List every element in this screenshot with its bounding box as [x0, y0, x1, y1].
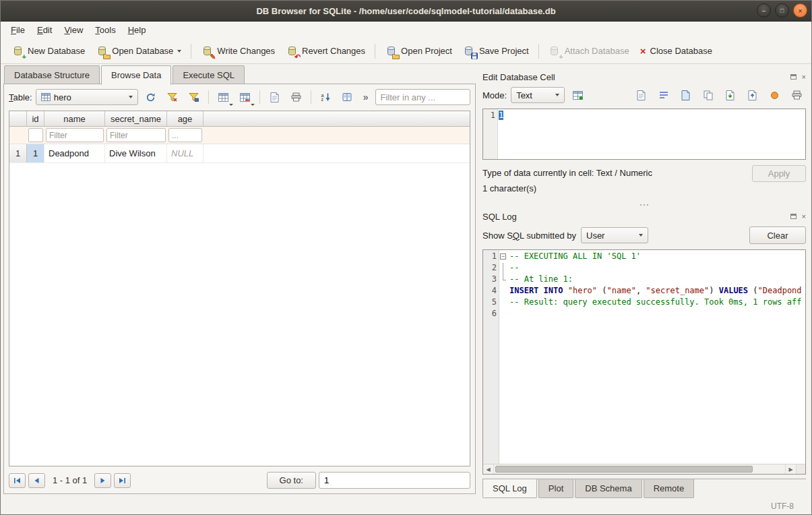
sql-log-text[interactable]: -- EXECUTING ALL IN 'SQL 1'---- At line …	[508, 250, 805, 464]
cell-id[interactable]: 1	[27, 144, 44, 162]
menu-view[interactable]: View	[58, 23, 89, 37]
insert-record-button[interactable]	[214, 89, 232, 105]
open-database-button[interactable]: Open Database	[90, 42, 187, 60]
set-null-button[interactable]	[766, 87, 784, 103]
filter-icon	[189, 92, 199, 102]
fold-marker	[499, 286, 508, 297]
copy-cell-button[interactable]	[699, 87, 717, 103]
tab-sql-log[interactable]: SQL Log	[482, 479, 537, 498]
filter-secret-name-input[interactable]	[106, 128, 166, 142]
open-in-app-button[interactable]	[677, 87, 695, 103]
menu-file[interactable]: File	[5, 23, 31, 37]
dock-close-icon[interactable]: ×	[802, 73, 806, 81]
browse-controls: Table: hero	[9, 89, 470, 111]
revert-changes-button[interactable]: ↶ Revert Changes	[280, 42, 371, 60]
word-wrap-button[interactable]	[654, 87, 673, 103]
menu-tools[interactable]: Tools	[89, 23, 121, 37]
dock-splitter-handle[interactable]	[482, 200, 806, 209]
clear-filters-button[interactable]	[163, 89, 181, 105]
previous-record-icon	[33, 477, 40, 484]
tab-plot[interactable]: Plot	[538, 479, 573, 498]
fold-marker[interactable]: −	[499, 251, 508, 263]
dock-close-icon[interactable]: ×	[802, 213, 806, 220]
text-mode-button[interactable]	[632, 87, 650, 103]
filter-id-input[interactable]	[28, 128, 43, 142]
write-changes-button[interactable]: ✎ Write Changes	[195, 42, 280, 60]
scroll-right-icon[interactable]: ▶	[785, 464, 796, 474]
open-database-dropdown-caret[interactable]	[177, 50, 181, 53]
sql-source-selector[interactable]: User	[581, 227, 648, 243]
data-grid[interactable]: id name secret_name age	[9, 111, 470, 466]
scroll-left-icon[interactable]: ◀	[483, 464, 494, 474]
refresh-button[interactable]	[142, 89, 160, 105]
filter-name-input[interactable]	[46, 128, 104, 142]
main-toolbar: + New Database Open Database ✎ Write Cha…	[1, 38, 811, 64]
cell-name[interactable]: Deadpond	[44, 144, 105, 162]
display-format-button[interactable]	[338, 89, 356, 105]
right-pane: Edit Database Cell × Mode: Text	[477, 64, 811, 498]
tab-remote[interactable]: Remote	[644, 479, 695, 498]
window-controls: − □ ×	[757, 3, 807, 18]
last-record-button[interactable]	[114, 473, 131, 488]
column-header-name[interactable]: name	[44, 111, 105, 126]
sql-log-line-number: 1	[483, 251, 499, 263]
close-window-button[interactable]: ×	[793, 3, 807, 18]
table-selector[interactable]: hero	[36, 89, 138, 105]
tab-database-structure[interactable]: Database Structure	[4, 65, 100, 84]
attach-database-button[interactable]: + Attach Database	[543, 42, 635, 60]
sql-log-editor[interactable]: 123456 − -- EXECUTING ALL IN 'SQL 1'----…	[482, 249, 806, 475]
goto-button[interactable]: Go to:	[267, 472, 316, 489]
cell-editor[interactable]: 1 1	[482, 109, 806, 160]
tab-execute-sql[interactable]: Execute SQL	[173, 65, 245, 84]
print-records-button[interactable]	[287, 89, 305, 105]
sort-records-button[interactable]: az	[317, 89, 335, 105]
horizontal-scrollbar[interactable]: ◀ ▶	[483, 464, 805, 474]
goto-input[interactable]	[319, 472, 470, 489]
open-project-button[interactable]: Open Project	[379, 42, 458, 60]
filter-any-input[interactable]	[375, 89, 471, 105]
menu-help[interactable]: Help	[122, 23, 152, 37]
export-records-button[interactable]	[266, 89, 284, 105]
dock-float-icon[interactable]	[790, 214, 797, 219]
folder-badge-icon	[103, 53, 111, 59]
apply-button[interactable]: Apply	[752, 165, 806, 182]
encoding-label: UTF-8	[771, 502, 794, 511]
minimize-button[interactable]: −	[757, 3, 771, 18]
export-cell-button[interactable]	[743, 87, 761, 103]
mode-selector[interactable]: Text	[511, 87, 565, 103]
cell-age[interactable]: NULL	[167, 144, 204, 162]
write-changes-icon: ✎	[201, 45, 213, 57]
maximize-button[interactable]: □	[775, 3, 789, 18]
column-header-secret-name[interactable]: secret_name	[105, 111, 167, 126]
toolbar-separator	[191, 44, 191, 59]
toolbar-separator	[311, 90, 311, 104]
tab-db-schema[interactable]: DB Schema	[575, 479, 642, 498]
previous-record-button[interactable]	[28, 473, 45, 488]
apply-format-button[interactable]	[569, 87, 587, 103]
import-cell-button[interactable]	[721, 87, 739, 103]
tab-browse-data[interactable]: Browse Data	[101, 65, 171, 85]
save-project-button[interactable]: Save Project	[458, 42, 534, 60]
column-header-age[interactable]: age	[167, 111, 204, 126]
scrollbar-thumb[interactable]	[495, 466, 753, 473]
scrollbar-track[interactable]	[494, 464, 785, 474]
next-record-button[interactable]	[94, 473, 111, 488]
filter-corner	[9, 127, 27, 144]
clear-log-button[interactable]: Clear	[749, 226, 806, 244]
print-cell-button[interactable]	[788, 87, 806, 103]
first-record-button[interactable]	[9, 473, 26, 488]
delete-record-button[interactable]	[236, 89, 254, 105]
column-header-id[interactable]: id	[27, 111, 44, 126]
close-database-button[interactable]: × Close Database	[635, 43, 718, 59]
menu-edit[interactable]: Edit	[31, 23, 58, 37]
cell-secret-name[interactable]: Dive Wilson	[105, 144, 167, 162]
dock-float-icon[interactable]	[790, 74, 797, 80]
save-filter-button[interactable]	[185, 89, 203, 105]
cell-editor-text[interactable]: 1	[498, 109, 805, 159]
sql-log-line: -- EXECUTING ALL IN 'SQL 1'	[509, 251, 805, 263]
new-database-button[interactable]: + New Database	[6, 42, 90, 60]
row-number[interactable]: 1	[9, 144, 27, 162]
filter-age-input[interactable]	[168, 128, 202, 142]
toolbar-overflow-chevron[interactable]: »	[360, 92, 372, 102]
titlebar[interactable]: DB Browser for SQLite - /home/user/code/…	[1, 1, 811, 22]
